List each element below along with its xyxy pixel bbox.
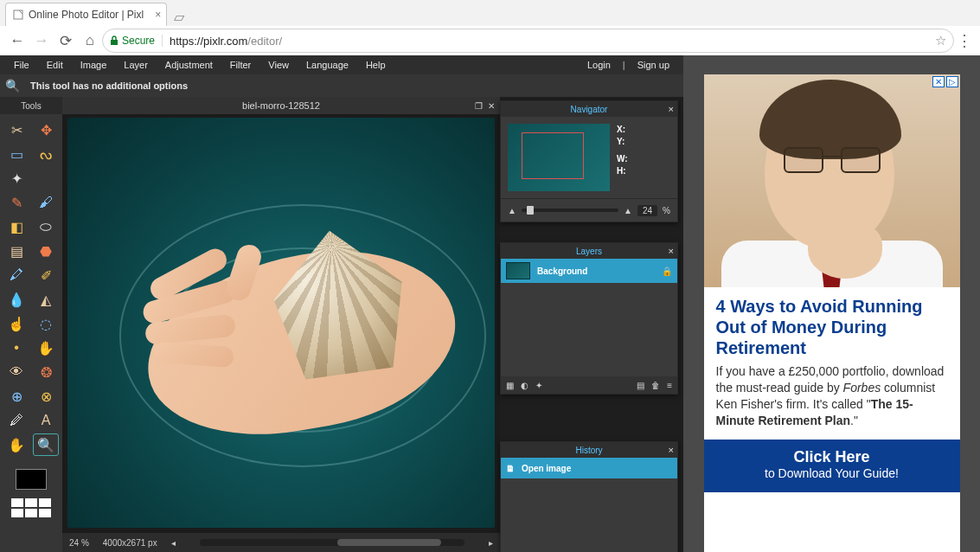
svg-rect-1 xyxy=(111,40,118,45)
color-swatch-grid[interactable] xyxy=(11,498,51,517)
browser-tab[interactable]: Online Photo Editor | Pixl × xyxy=(5,3,167,26)
menu-language[interactable]: Language xyxy=(298,60,357,70)
panel-dock: Navigator × X: Y: W: H: xyxy=(500,97,683,552)
doc-close-icon[interactable]: ✕ xyxy=(488,101,495,111)
layer-settings-icon[interactable]: ▦ xyxy=(506,381,514,390)
color-picker-tool[interactable]: 🖉 xyxy=(4,410,29,431)
login-link[interactable]: Login xyxy=(579,60,619,70)
menu-view[interactable]: View xyxy=(259,60,298,70)
layer-styles-icon[interactable]: ✦ xyxy=(535,381,542,390)
hand-tool[interactable]: ✋ xyxy=(4,434,29,455)
delete-layer-icon[interactable]: 🗑 xyxy=(651,381,660,390)
scroll-left-icon[interactable]: ◂ xyxy=(171,538,176,548)
workspace: Tools ✂✥▭ᔓ✦✎🖌◧⬭▤⬣🖍✐💧◭☝◌•✋👁❂⊕⊗🖉A✋🔍 biel-m… xyxy=(0,97,683,552)
horizontal-scrollbar[interactable] xyxy=(200,539,464,546)
history-panel: History × 🗎 Open image xyxy=(500,441,678,552)
pixlr-app: File Edit Image Layer Adjustment Filter … xyxy=(0,55,980,552)
history-item-label: Open image xyxy=(522,464,571,473)
wand-tool[interactable]: ✦ xyxy=(4,168,29,189)
history-close-icon[interactable]: × xyxy=(669,445,674,455)
zoom-slider[interactable] xyxy=(522,209,618,212)
layer-mask-icon[interactable]: ◐ xyxy=(521,381,528,390)
status-zoom: 24 % xyxy=(69,538,89,548)
layer-lock-icon[interactable]: 🔒 xyxy=(662,266,672,276)
pencil-tool[interactable]: ✎ xyxy=(4,192,29,213)
spot-heal-tool[interactable]: ❂ xyxy=(34,362,58,382)
tool-slot xyxy=(34,168,58,189)
adchoices-icon[interactable]: ▷ xyxy=(946,76,958,87)
menu-layer[interactable]: Layer xyxy=(115,60,157,70)
drawing-tool[interactable]: ✐ xyxy=(34,265,58,286)
history-header[interactable]: History × xyxy=(501,442,677,458)
tab-title: Online Photo Editor | Pixl xyxy=(29,9,144,21)
back-button[interactable]: ← xyxy=(5,32,29,49)
bloat-tool[interactable]: ⊕ xyxy=(4,386,29,407)
marquee-tool[interactable]: ▭ xyxy=(4,144,29,164)
ad-body: If you have a £250,000 portfolio, downlo… xyxy=(716,363,948,429)
layers-menu-icon[interactable]: ≡ xyxy=(667,381,672,390)
navigator-thumbnail[interactable] xyxy=(508,124,610,191)
navigator-panel: Navigator × X: Y: W: H: xyxy=(500,100,678,222)
color-replace-tool[interactable]: 🖍 xyxy=(4,265,29,286)
doc-maximize-icon[interactable]: ❐ xyxy=(475,101,483,111)
gradient-tool[interactable]: ▤ xyxy=(4,241,29,261)
bookmark-star-icon[interactable]: ☆ xyxy=(935,33,946,48)
advertisement[interactable]: ▷ ✕ 4 Ways to Avoid Running Out of Money… xyxy=(704,74,960,552)
editor-column: File Edit Image Layer Adjustment Filter … xyxy=(0,55,683,552)
history-item[interactable]: 🗎 Open image xyxy=(501,458,677,478)
sponge-tool[interactable]: ◌ xyxy=(34,313,58,334)
reload-button[interactable]: ⟳ xyxy=(54,32,78,50)
brush-tool[interactable]: 🖌 xyxy=(34,192,58,213)
foreground-color-swatch[interactable] xyxy=(16,469,47,490)
secure-indicator: Secure xyxy=(110,35,163,47)
address-bar[interactable]: Secure https://pixlr.com/editor/ ☆ xyxy=(102,29,954,53)
pinch-tool[interactable]: ⊗ xyxy=(34,386,58,407)
paint-bucket-tool[interactable]: ⬭ xyxy=(34,216,58,237)
canvas-area[interactable]: 24 % 4000x2671 px ◂ ▸ xyxy=(62,114,500,552)
tool-options-text: This tool has no additional options xyxy=(30,80,188,91)
layers-header[interactable]: Layers × xyxy=(501,243,677,259)
menu-help[interactable]: Help xyxy=(357,60,394,70)
menu-adjustment[interactable]: Adjustment xyxy=(157,60,221,70)
type-tool[interactable]: A xyxy=(34,410,58,431)
sharpen-tool[interactable]: ◭ xyxy=(34,289,58,310)
ad-cta[interactable]: Click Here to Download Your Guide! xyxy=(704,440,960,492)
new-layer-icon[interactable]: ▤ xyxy=(637,381,644,390)
menu-edit[interactable]: Edit xyxy=(38,60,72,70)
ad-close-icon[interactable]: ✕ xyxy=(932,76,945,87)
forward-button[interactable]: → xyxy=(29,32,54,49)
layer-item[interactable]: Background 🔒 xyxy=(501,259,677,283)
canvas-panel: biel-morro-128512 ❐ ✕ xyxy=(62,97,500,552)
zoom-in-icon[interactable]: ▲ xyxy=(624,206,632,215)
menu-file[interactable]: File xyxy=(5,60,38,70)
navigator-close-icon[interactable]: × xyxy=(669,104,674,114)
tool-options-icon: 🔍 xyxy=(5,79,20,93)
menu-image[interactable]: Image xyxy=(72,60,116,70)
layers-panel: Layers × Background 🔒 ▦ ◐ ✦ ▤ xyxy=(500,242,678,395)
tab-close-icon[interactable]: × xyxy=(155,9,161,21)
smudge-tool[interactable]: ☝ xyxy=(4,313,29,334)
lasso-tool[interactable]: ᔓ xyxy=(34,144,58,164)
home-button[interactable]: ⌂ xyxy=(78,32,102,49)
zoom-out-icon[interactable]: ▲ xyxy=(508,206,516,215)
blur-tool[interactable]: 💧 xyxy=(4,289,29,310)
menu-filter[interactable]: Filter xyxy=(221,60,259,70)
move-tool[interactable]: ✥ xyxy=(34,119,58,140)
zoom-tool[interactable]: 🔍 xyxy=(34,434,58,455)
tab-strip: Online Photo Editor | Pixl × ▱ xyxy=(0,0,980,26)
red-eye-tool[interactable]: 👁 xyxy=(4,362,29,382)
ad-image: ▷ ✕ xyxy=(704,74,960,287)
new-tab-button[interactable]: ▱ xyxy=(170,7,189,26)
dodge-tool[interactable]: • xyxy=(4,337,29,358)
eraser-tool[interactable]: ◧ xyxy=(4,216,29,237)
clone-stamp-tool[interactable]: ⬣ xyxy=(34,241,58,261)
crop-tool[interactable]: ✂ xyxy=(4,119,29,140)
signup-link[interactable]: Sign up xyxy=(629,60,678,70)
layers-close-icon[interactable]: × xyxy=(669,246,674,256)
navigator-header[interactable]: Navigator × xyxy=(501,101,677,117)
canvas-image xyxy=(67,118,495,528)
zoom-value: 24 xyxy=(637,205,657,216)
browser-menu-icon[interactable]: ⋮ xyxy=(954,31,975,50)
burn-tool[interactable]: ✋ xyxy=(34,337,58,358)
scroll-right-icon[interactable]: ▸ xyxy=(489,538,493,548)
